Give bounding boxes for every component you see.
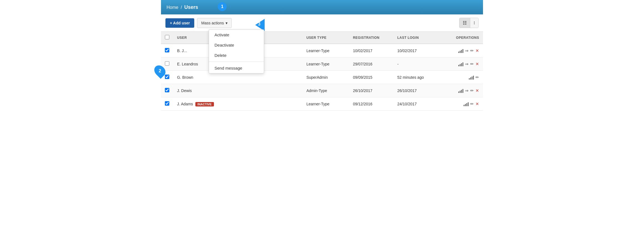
row-checkbox[interactable] — [165, 48, 169, 52]
edit-icon[interactable]: ✏ — [470, 101, 474, 106]
delete-icon[interactable]: ✕ — [476, 62, 479, 67]
breadcrumb-current: Users — [184, 4, 198, 10]
row-user-type: SuperAdmin — [303, 71, 349, 84]
row-registration: 09/09/2015 — [349, 71, 393, 84]
select-all-checkbox[interactable] — [165, 35, 169, 39]
row-checkbox-cell — [161, 44, 173, 57]
row-user-type: Learner-Type — [303, 57, 349, 71]
bars-icon — [458, 49, 463, 53]
row-user-type: Learner-Type — [303, 44, 349, 57]
row-last-login: - — [393, 57, 440, 71]
stats-icon[interactable] — [464, 101, 469, 106]
table-row: J. DewisAdmin-Type26/10/201726/10/2017 ⇒… — [161, 84, 483, 97]
row-registration: 26/10/2017 — [349, 84, 393, 97]
stats-icon[interactable] — [469, 75, 474, 80]
mass-actions-dropdown: Activate Deactivate Delete Send message — [209, 29, 264, 73]
row-user-type: Learner-Type — [303, 97, 349, 111]
row-checkbox[interactable] — [165, 101, 169, 106]
row-last-login: 26/10/2017 — [393, 84, 440, 97]
annotation-2: 2 — [155, 65, 165, 77]
mass-actions-button[interactable]: Mass actions ▾ — [197, 18, 232, 28]
table-row: J. AdamsINACTIVELearner-Type09/12/201624… — [161, 97, 483, 111]
row-last-login: 52 minutes ago — [393, 71, 440, 84]
edit-icon[interactable]: ✏ — [470, 62, 474, 67]
page-header: Home / Users 1 — [161, 0, 483, 14]
dropdown-divider — [209, 62, 264, 62]
col-registration: REGISTRATION — [349, 32, 393, 44]
col-checkbox — [161, 32, 173, 44]
edit-icon[interactable]: ✏ — [476, 75, 479, 80]
stats-icon[interactable] — [458, 62, 463, 66]
view-toggle: ☷ ⁝ — [459, 18, 479, 28]
toolbar: + Add user Mass actions ▾ 3 Activate Dea… — [161, 14, 483, 32]
stats-icon[interactable] — [458, 48, 463, 53]
row-checkbox-cell — [161, 84, 173, 97]
row-checkbox[interactable] — [165, 88, 169, 92]
bars-icon — [458, 89, 463, 93]
row-operations: ⇒✏✕ — [440, 57, 483, 71]
bars-icon — [464, 102, 469, 106]
dropdown-chevron-icon: ▾ — [226, 21, 228, 25]
col-last-login: LAST LOGIN — [393, 32, 440, 44]
row-last-login: 24/10/2017 — [393, 97, 440, 111]
inactive-badge: INACTIVE — [195, 102, 214, 106]
mass-actions-label: Mass actions — [201, 21, 224, 25]
row-operations: ⇒✏✕ — [440, 44, 483, 57]
bars-icon — [458, 62, 463, 66]
edit-icon[interactable]: ✏ — [470, 48, 474, 53]
dropdown-item-send-message[interactable]: Send message — [209, 63, 264, 73]
dropdown-item-activate[interactable]: Activate — [209, 30, 264, 40]
add-user-button[interactable]: + Add user — [165, 18, 194, 28]
row-checkbox[interactable] — [165, 75, 169, 79]
delete-icon[interactable]: ✕ — [476, 48, 479, 53]
row-registration: 29/07/2016 — [349, 57, 393, 71]
callout-circle-1: 1 — [218, 2, 227, 11]
grid-icon: ⁝ — [474, 21, 475, 25]
breadcrumb-home[interactable]: Home — [167, 5, 178, 10]
dropdown-item-delete[interactable]: Delete — [209, 50, 264, 60]
row-operations: ✏✕ — [440, 97, 483, 111]
row-user-name: J. Dewis — [173, 84, 231, 97]
view-list-button[interactable]: ☷ — [459, 18, 470, 28]
login-as-icon[interactable]: ⇒ — [465, 62, 469, 67]
stats-icon[interactable] — [458, 88, 463, 93]
login-as-icon[interactable]: ⇒ — [465, 48, 469, 53]
delete-icon[interactable]: ✕ — [476, 101, 479, 106]
row-user-type: Admin-Type — [303, 84, 349, 97]
breadcrumb-separator: / — [181, 5, 182, 10]
delete-icon[interactable]: ✕ — [476, 88, 479, 93]
view-grid-button[interactable]: ⁝ — [470, 18, 478, 28]
row-checkbox[interactable] — [165, 61, 169, 66]
bars-icon — [469, 76, 474, 80]
row-checkbox-cell — [161, 97, 173, 111]
row-email — [231, 97, 303, 111]
row-registration: 09/12/2016 — [349, 97, 393, 111]
dropdown-item-deactivate[interactable]: Deactivate — [209, 40, 264, 50]
edit-icon[interactable]: ✏ — [470, 88, 474, 93]
row-operations: ✏ — [440, 71, 483, 84]
annotation-1: 1 — [218, 2, 227, 11]
col-operations: OPERATIONS — [440, 32, 483, 44]
row-operations: ⇒✏✕ — [440, 84, 483, 97]
col-user-type: USER TYPE — [303, 32, 349, 44]
row-user-name: J. AdamsINACTIVE — [173, 97, 231, 111]
breadcrumb: Home / Users — [167, 4, 198, 10]
row-last-login: 10/02/2017 — [393, 44, 440, 57]
row-registration: 10/02/2017 — [349, 44, 393, 57]
login-as-icon[interactable]: ⇒ — [465, 88, 469, 93]
list-icon: ☷ — [463, 21, 467, 25]
row-email — [231, 84, 303, 97]
